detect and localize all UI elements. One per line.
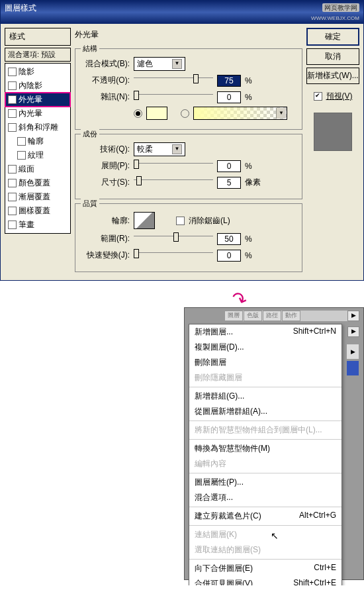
styles-sidebar: 樣式 混合選項: 預設 陰影內陰影✔外光暈內光暈斜角和浮雕輪廓紋理緞面顏色覆蓋漸… <box>5 28 71 276</box>
style-checkbox[interactable] <box>17 151 26 160</box>
size-input[interactable]: 5 <box>217 177 241 189</box>
layer-thumbs: ▶ <box>346 344 359 377</box>
style-item[interactable]: 漸層覆蓋 <box>5 190 70 204</box>
spread-slider[interactable] <box>134 163 213 173</box>
menu-separator <box>189 420 341 421</box>
style-item[interactable]: 斜角和浮雕 <box>5 121 70 134</box>
style-checkbox[interactable] <box>8 207 17 215</box>
color-radio[interactable] <box>134 109 142 118</box>
panel-tabs[interactable]: 圖層色版路徑動作 <box>224 311 358 321</box>
noise-slider[interactable] <box>134 94 213 104</box>
technique-select[interactable]: 較柔▼ <box>134 142 185 156</box>
style-item[interactable]: 內光暈 <box>5 107 70 121</box>
style-item[interactable]: 緞面 <box>5 162 70 176</box>
new-style-button[interactable]: 新增樣式(W)... <box>306 68 359 84</box>
style-checkbox[interactable] <box>8 179 17 187</box>
cursor-icon: ↖ <box>271 530 279 541</box>
style-item[interactable]: 顏色覆蓋 <box>5 176 70 190</box>
jitter-slider[interactable] <box>134 252 213 262</box>
style-checkbox[interactable]: ✔ <box>8 95 17 104</box>
range-slider[interactable] <box>134 236 213 246</box>
style-checkbox[interactable] <box>8 221 17 229</box>
antialias-label: 消除鋸齒(L) <box>189 215 230 226</box>
menu-item[interactable]: 從圖層新增群組(A)... <box>189 404 341 419</box>
menu-item-label: 連結圖層(K) <box>195 529 237 540</box>
range-label: 範圍(R): <box>82 233 130 244</box>
menu-item[interactable]: 建立剪裁遮色片(C)Alt+Ctrl+G <box>189 509 341 524</box>
panel-tab[interactable]: 色版 <box>244 311 262 321</box>
style-label: 輪廓 <box>28 136 44 147</box>
styles-heading[interactable]: 樣式 <box>5 28 71 46</box>
style-checkbox[interactable] <box>8 123 17 132</box>
watermark-url: WWW.WEBJX.COM <box>311 15 359 21</box>
menu-item: 編輯內容 <box>189 456 341 471</box>
jitter-input[interactable]: 0 <box>217 250 241 262</box>
contour-picker[interactable] <box>134 212 155 229</box>
layer-row[interactable] <box>346 360 359 376</box>
antialias-checkbox[interactable] <box>176 217 185 225</box>
style-item[interactable]: 內陰影 <box>5 79 70 93</box>
opacity-unit: % <box>245 76 252 85</box>
menu-item[interactable]: 刪除圖層 <box>189 355 341 370</box>
size-slider[interactable] <box>134 179 213 189</box>
panel-menu-button[interactable]: ▶ <box>347 311 359 321</box>
menu-item-shortcut: Shift+Ctrl+N <box>293 326 336 338</box>
style-checkbox[interactable] <box>8 193 17 201</box>
quality-legend: 品質 <box>81 199 99 209</box>
chevron-down-icon: ▼ <box>172 59 182 69</box>
style-checkbox[interactable] <box>8 165 17 173</box>
opacity-input[interactable]: 75 <box>217 75 241 87</box>
menu-item[interactable]: 混合選項... <box>189 490 341 505</box>
layers-panel: 圖層色版路徑動作 ▶ ▶ ▶ 新增圖層...Shift+Ctrl+N複製圖層(D… <box>184 307 364 580</box>
menu-item: 連結圖層(K) <box>189 527 341 542</box>
style-item[interactable]: 輪廓 <box>5 134 70 148</box>
titlebar: 圖層樣式 网页教学网 WWW.WEBJX.COM <box>1 1 363 24</box>
layer-row[interactable]: ▶ <box>346 344 359 360</box>
menu-item[interactable]: 新增圖層...Shift+Ctrl+N <box>189 324 341 340</box>
menu-item-label: 圖層屬性(P)... <box>195 477 244 488</box>
panel-tab[interactable]: 圖層 <box>224 311 243 321</box>
panel-tab[interactable]: 動作 <box>282 311 300 321</box>
menu-item[interactable]: 向下合併圖層(E)Ctrl+E <box>189 561 341 576</box>
style-item[interactable]: 陰影 <box>5 65 70 79</box>
contour-label: 輪廓: <box>82 215 130 226</box>
opacity-slider[interactable] <box>134 77 213 87</box>
cancel-button[interactable]: 取消 <box>306 48 359 65</box>
menu-item[interactable]: 新增群組(G)... <box>189 389 341 404</box>
panel-tab[interactable]: 路徑 <box>263 311 281 321</box>
menu-item: 將新的智慧型物件組合到圖層中(L)... <box>189 422 341 438</box>
style-item[interactable]: ✔外光暈 <box>5 93 70 107</box>
menu-item-label: 建立剪裁遮色片(C) <box>195 511 261 522</box>
context-menu: 新增圖層...Shift+Ctrl+N複製圖層(D)...刪除圖層刪除隱藏圖層新… <box>189 324 342 585</box>
gradient-picker[interactable]: ▼ <box>193 107 287 120</box>
style-checkbox[interactable] <box>8 68 17 76</box>
style-list: 陰影內陰影✔外光暈內光暈斜角和浮雕輪廓紋理緞面顏色覆蓋漸層覆蓋圖樣覆蓋筆畫 <box>5 63 71 234</box>
spread-label: 展開(P): <box>82 160 130 172</box>
style-checkbox[interactable] <box>17 137 26 146</box>
style-checkbox[interactable] <box>8 109 17 118</box>
menu-item[interactable]: 合併可見圖層(V)Shift+Ctrl+E <box>189 576 341 585</box>
gradient-radio[interactable] <box>181 109 189 118</box>
menu-item-label: 轉換為智慧型物件(M) <box>195 443 270 454</box>
chevron-down-icon: ▼ <box>276 108 286 119</box>
menu-item-shortcut: Alt+Ctrl+G <box>299 511 336 522</box>
style-item[interactable]: 紋理 <box>5 148 70 162</box>
style-label: 斜角和浮雕 <box>19 122 58 133</box>
spread-input[interactable]: 0 <box>217 160 241 172</box>
menu-item[interactable]: 轉換為智慧型物件(M) <box>189 441 341 456</box>
range-input[interactable]: 50 <box>217 233 241 245</box>
style-checkbox[interactable] <box>8 81 17 90</box>
noise-input[interactable]: 0 <box>217 91 241 103</box>
style-item[interactable]: 筆畫 <box>5 218 70 232</box>
style-label: 內光暈 <box>19 108 42 119</box>
preview-checkbox[interactable]: ✔ <box>314 92 322 101</box>
style-item[interactable]: 圖樣覆蓋 <box>5 204 70 218</box>
menu-separator <box>189 439 341 440</box>
blend-mode-select[interactable]: 濾色▼ <box>134 57 185 71</box>
panel-flyout-button[interactable]: ▶ <box>347 326 359 337</box>
blend-options-item[interactable]: 混合選項: 預設 <box>5 48 71 62</box>
menu-item[interactable]: 複製圖層(D)... <box>189 340 341 355</box>
color-swatch[interactable] <box>146 107 167 120</box>
menu-item[interactable]: 圖層屬性(P)... <box>189 475 341 490</box>
ok-button[interactable]: 確定 <box>306 28 359 46</box>
